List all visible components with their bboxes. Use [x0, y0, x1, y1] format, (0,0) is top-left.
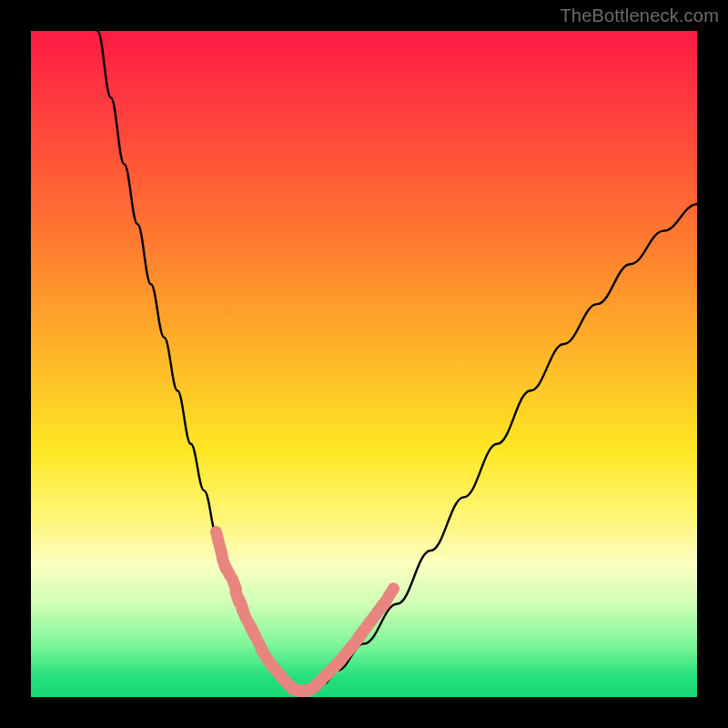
chart-frame: TheBottleneck.com [0, 0, 728, 728]
marker-group [217, 532, 394, 693]
chart-plot-area [31, 31, 697, 697]
attribution-label: TheBottleneck.com [560, 5, 719, 26]
marker-point [388, 589, 393, 598]
chart-svg [31, 31, 697, 697]
